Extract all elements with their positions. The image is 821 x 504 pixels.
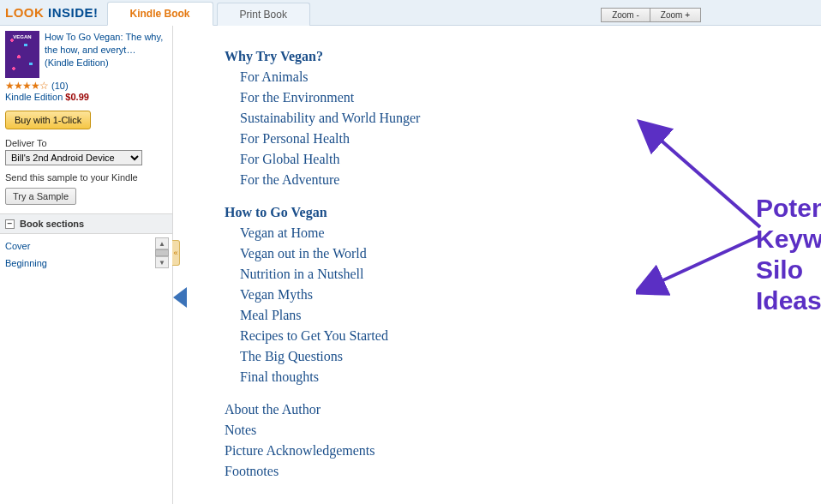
zoom-out-button[interactable]: Zoom - bbox=[601, 8, 650, 22]
toc-item[interactable]: Notes bbox=[225, 420, 821, 441]
sections-scroll: ▲ ▼ bbox=[155, 237, 169, 268]
zoom-in-button[interactable]: Zoom + bbox=[650, 8, 701, 22]
edition-label[interactable]: Kindle Edition bbox=[5, 92, 63, 102]
edition-row: Kindle Edition $0.99 bbox=[0, 92, 172, 105]
tab-print-book[interactable]: Print Book bbox=[217, 3, 310, 26]
section-link-cover[interactable]: Cover bbox=[5, 237, 167, 255]
star-rating-icon[interactable]: ★★★★☆ bbox=[5, 80, 48, 92]
toc-item[interactable]: For the Adventure bbox=[240, 170, 821, 190]
toc-item[interactable]: Footnotes bbox=[225, 461, 821, 482]
price: $0.99 bbox=[65, 92, 89, 102]
toc-item[interactable]: Final thoughts bbox=[240, 367, 821, 387]
book-sections-label: Book sections bbox=[20, 219, 84, 229]
table-of-contents: Why Try Vegan? For Animals For the Envir… bbox=[225, 46, 821, 482]
look-text: LOOK bbox=[5, 5, 44, 20]
section-link-beginning[interactable]: Beginning bbox=[5, 255, 167, 272]
book-preview-pane: Why Try Vegan? For Animals For the Envir… bbox=[173, 26, 821, 504]
annotation-label: Potential Keyword Silo Ideas bbox=[756, 193, 821, 316]
try-sample-button[interactable]: Try a Sample bbox=[5, 188, 76, 205]
toc-item[interactable]: Recipes to Get You Started bbox=[240, 326, 821, 346]
annotation-line: Keyword bbox=[756, 224, 821, 255]
toc-item[interactable]: Nutrition in a Nutshell bbox=[240, 264, 821, 285]
annotation-line: Silo Ideas bbox=[756, 255, 821, 316]
deliver-to-label: Deliver To bbox=[0, 135, 172, 150]
sidebar: How To Go Vegan: The why, the how, and e… bbox=[0, 26, 173, 504]
scroll-down-icon[interactable]: ▼ bbox=[155, 256, 169, 268]
scroll-thumb[interactable] bbox=[155, 249, 169, 256]
main-area: How To Go Vegan: The why, the how, and e… bbox=[0, 26, 821, 504]
book-sections-header[interactable]: − Book sections bbox=[0, 213, 172, 234]
book-title[interactable]: How To Go Vegan: The why, the how, and e… bbox=[45, 31, 167, 78]
book-summary: How To Go Vegan: The why, the how, and e… bbox=[0, 26, 172, 80]
toc-item[interactable]: About the Author bbox=[225, 399, 821, 420]
zoom-controls: Zoom - Zoom + bbox=[601, 8, 821, 25]
toc-item[interactable]: For Animals bbox=[240, 67, 821, 87]
rating-row: ★★★★☆ (10) bbox=[0, 80, 172, 92]
book-sections-list: Cover Beginning ▲ ▼ bbox=[0, 234, 172, 275]
toc-item[interactable]: Vegan Myths bbox=[240, 285, 821, 305]
buy-one-click-button[interactable]: Buy with 1-Click bbox=[5, 111, 91, 129]
top-bar: LOOK INSIDE! Kindle Book Print Book Zoom… bbox=[0, 0, 821, 26]
look-inside-logo: LOOK INSIDE! bbox=[0, 2, 107, 25]
scroll-up-icon[interactable]: ▲ bbox=[155, 237, 169, 249]
inside-text: INSIDE! bbox=[44, 5, 98, 20]
prev-page-arrow-icon[interactable] bbox=[173, 287, 187, 308]
toc-item[interactable]: Picture Acknowledgements bbox=[225, 441, 821, 461]
deliver-to-select[interactable]: Bill's 2nd Android Device bbox=[5, 150, 142, 165]
toc-heading[interactable]: Why Try Vegan? bbox=[225, 46, 821, 67]
toc-item[interactable]: Sustainability and World Hunger bbox=[240, 108, 821, 129]
book-cover-thumbnail[interactable] bbox=[5, 31, 39, 78]
toc-item[interactable]: Vegan at Home bbox=[240, 223, 821, 243]
toc-item[interactable]: Vegan out in the World bbox=[240, 243, 821, 264]
toc-item[interactable]: For Personal Health bbox=[240, 129, 821, 149]
toc-heading[interactable]: How to Go Vegan bbox=[225, 202, 821, 223]
send-sample-label: Send this sample to your Kindle bbox=[0, 171, 172, 184]
toc-item[interactable]: The Big Questions bbox=[240, 346, 821, 367]
rating-count[interactable]: (10) bbox=[51, 81, 69, 91]
toc-item[interactable]: For Global Health bbox=[240, 149, 821, 170]
tab-kindle-book[interactable]: Kindle Book bbox=[107, 2, 213, 26]
toc-item[interactable]: For the Environment bbox=[240, 87, 821, 108]
toc-item[interactable]: Meal Plans bbox=[240, 305, 821, 326]
annotation-line: Potential bbox=[756, 193, 821, 224]
collapse-sections-icon[interactable]: − bbox=[5, 219, 15, 229]
